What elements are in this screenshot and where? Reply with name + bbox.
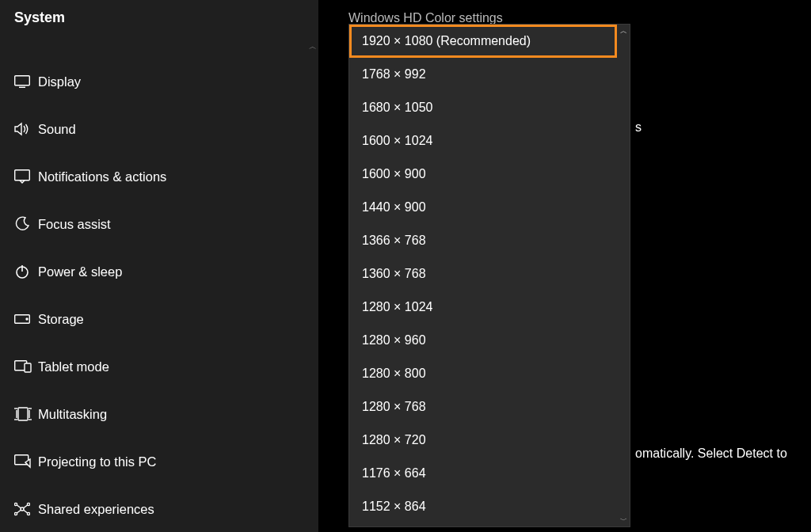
sidebar-item-power-sleep[interactable]: Power & sleep bbox=[0, 248, 318, 295]
sidebar-item-shared-experiences[interactable]: Shared experiences bbox=[0, 485, 318, 532]
sidebar-item-notifications[interactable]: Notifications & actions bbox=[0, 153, 318, 200]
sidebar-item-label: Shared experiences bbox=[38, 502, 154, 517]
sidebar-item-label: Display bbox=[38, 74, 81, 89]
resolution-option[interactable]: 1366 × 768 bbox=[349, 224, 617, 257]
svg-rect-0 bbox=[15, 76, 30, 86]
svg-rect-13 bbox=[18, 408, 28, 420]
display-icon bbox=[14, 75, 38, 88]
main-content: Windows HD Color settings s omatically. … bbox=[318, 0, 811, 532]
multitasking-icon bbox=[14, 407, 38, 421]
resolution-option[interactable]: 1600 × 900 bbox=[349, 158, 617, 191]
resolution-option[interactable]: 1768 × 992 bbox=[349, 58, 617, 91]
svg-rect-2 bbox=[15, 170, 30, 180]
sidebar-item-label: Storage bbox=[38, 312, 84, 327]
resolution-dropdown-list[interactable]: 1920 × 1080 (Recommended)1768 × 9921680 … bbox=[348, 24, 630, 527]
sound-icon bbox=[14, 122, 38, 136]
storage-icon bbox=[14, 314, 38, 324]
sidebar-scrollbar[interactable]: ︿ bbox=[307, 41, 318, 405]
power-sleep-icon bbox=[14, 264, 38, 279]
sidebar-item-sound[interactable]: Sound bbox=[0, 105, 318, 153]
chevron-up-icon[interactable]: ︿ bbox=[617, 25, 630, 37]
svg-point-22 bbox=[14, 503, 17, 505]
sidebar-item-label: Multitasking bbox=[38, 407, 107, 422]
sidebar-item-multitasking[interactable]: Multitasking bbox=[0, 390, 318, 438]
resolution-option[interactable]: 1920 × 1080 (Recommended) bbox=[349, 25, 617, 58]
resolution-option[interactable]: 1680 × 1050 bbox=[349, 91, 617, 124]
sidebar-item-tablet-mode[interactable]: Tablet mode bbox=[0, 343, 318, 390]
shared-experiences-icon bbox=[14, 501, 38, 517]
resolution-option[interactable]: 1280 × 768 bbox=[349, 390, 617, 424]
svg-point-24 bbox=[14, 512, 17, 515]
sidebar-item-label: Tablet mode bbox=[38, 359, 109, 374]
svg-point-25 bbox=[27, 512, 29, 515]
projecting-icon bbox=[14, 454, 38, 469]
chevron-down-icon[interactable]: ﹀ bbox=[617, 514, 630, 526]
sidebar-item-focus-assist[interactable]: Focus assist bbox=[0, 200, 318, 248]
svg-point-23 bbox=[27, 503, 29, 505]
sidebar-item-label: Focus assist bbox=[38, 217, 111, 232]
resolution-option[interactable]: 1280 × 720 bbox=[349, 424, 617, 457]
sidebar-item-label: Notifications & actions bbox=[38, 169, 166, 184]
bg-text-fragment: omatically. Select Detect to bbox=[635, 446, 787, 461]
dropdown-scrollbar[interactable]: ︿ ﹀ bbox=[617, 25, 630, 526]
resolution-option[interactable]: 1440 × 900 bbox=[349, 191, 617, 224]
tablet-mode-icon bbox=[14, 360, 38, 373]
svg-point-6 bbox=[26, 318, 28, 320]
sidebar-item-label: Power & sleep bbox=[38, 264, 122, 279]
resolution-option[interactable]: 1360 × 768 bbox=[349, 257, 617, 291]
sidebar-nav-list: Display Sound Notifications & actions bbox=[0, 58, 318, 532]
bg-text-fragment: s bbox=[635, 120, 642, 135]
notifications-icon bbox=[14, 169, 38, 184]
resolution-option[interactable]: 1280 × 960 bbox=[349, 324, 617, 357]
settings-sidebar: System Display Sound bbox=[0, 0, 318, 532]
resolution-option[interactable]: 1280 × 1024 bbox=[349, 291, 617, 324]
sidebar-item-projecting[interactable]: Projecting to this PC bbox=[0, 438, 318, 485]
sidebar-item-label: Projecting to this PC bbox=[38, 454, 156, 469]
resolution-option[interactable]: 1176 × 664 bbox=[349, 457, 617, 490]
sidebar-item-label: Sound bbox=[38, 122, 76, 137]
svg-rect-8 bbox=[25, 363, 31, 372]
resolution-option[interactable]: 1600 × 1024 bbox=[349, 124, 617, 158]
focus-assist-icon bbox=[14, 216, 38, 232]
sidebar-item-display[interactable]: Display bbox=[0, 58, 318, 105]
resolution-option[interactable]: 1152 × 864 bbox=[349, 490, 617, 523]
chevron-up-icon[interactable]: ︿ bbox=[307, 41, 318, 52]
sidebar-item-storage[interactable]: Storage bbox=[0, 295, 318, 343]
svg-point-21 bbox=[21, 507, 24, 511]
resolution-option[interactable]: 1280 × 800 bbox=[349, 357, 617, 390]
sidebar-title: System bbox=[0, 0, 318, 26]
